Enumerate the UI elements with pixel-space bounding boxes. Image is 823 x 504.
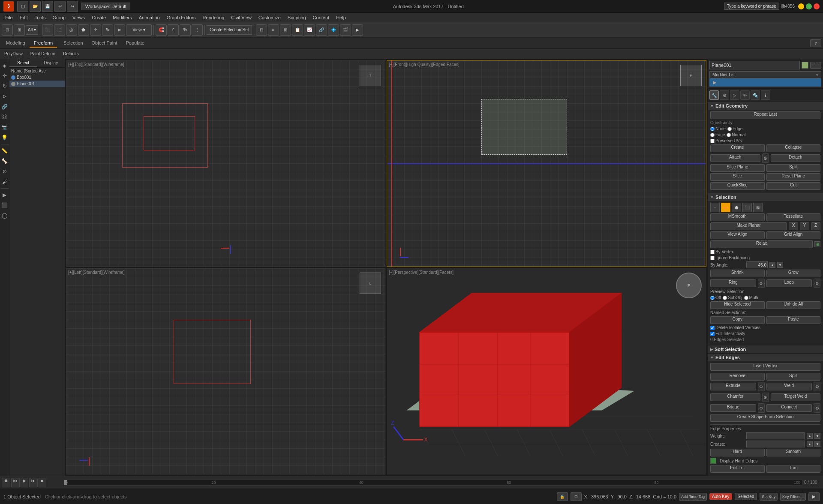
sel-type-border[interactable]: ⬟ bbox=[732, 203, 741, 212]
sel-type-poly[interactable]: ⬛ bbox=[742, 203, 752, 212]
vt-link[interactable]: 🔗 bbox=[0, 102, 9, 111]
vp-front-navcube[interactable]: F bbox=[680, 65, 702, 86]
crease-up[interactable]: ▲ bbox=[807, 441, 813, 447]
vt-expand[interactable]: ⬛ bbox=[0, 201, 9, 210]
weld-settings[interactable]: ⚙ bbox=[814, 382, 820, 391]
vt-light[interactable]: 💡 bbox=[0, 133, 9, 142]
sel-type-vertex[interactable]: · bbox=[710, 203, 720, 212]
select-filter[interactable]: ⬛ bbox=[42, 24, 53, 36]
menu-rendering[interactable]: Rendering bbox=[199, 14, 228, 21]
hard-btn[interactable]: Hard bbox=[710, 449, 765, 456]
scale-btn[interactable]: ⊳ bbox=[114, 24, 125, 36]
cut-btn[interactable]: Cut bbox=[766, 182, 821, 190]
align-btn[interactable]: ≡ bbox=[268, 24, 279, 36]
chamfer-settings[interactable]: ⚙ bbox=[762, 393, 769, 402]
attach-settings-btn[interactable]: ⚙ bbox=[762, 153, 769, 163]
rp-icon-hierarchy[interactable]: ⚙ bbox=[720, 90, 729, 100]
key-filters-btn[interactable]: Key Filters... bbox=[780, 493, 806, 501]
object-name-input[interactable] bbox=[709, 61, 800, 69]
pd-defaults[interactable]: Defaults bbox=[60, 51, 81, 57]
play-anim-small[interactable]: ▶ bbox=[808, 492, 820, 501]
hide-sel-btn[interactable]: Hide Selected bbox=[710, 301, 765, 309]
turn-btn[interactable]: Turn bbox=[766, 465, 821, 473]
menu-customize[interactable]: Customize bbox=[255, 14, 284, 21]
viewport-front[interactable]: [+][Front][High Quality][Edged Faces] F bbox=[387, 60, 706, 267]
view-align-btn[interactable]: View Align bbox=[710, 231, 765, 239]
vt-select[interactable]: ◈ bbox=[0, 61, 9, 70]
close-btn[interactable] bbox=[814, 3, 820, 9]
vt-rotate[interactable]: ↻ bbox=[0, 81, 9, 91]
tessellate-btn[interactable]: Tessellate bbox=[766, 213, 821, 221]
menu-graph-editors[interactable]: Graph Editors bbox=[163, 14, 199, 21]
weld-btn[interactable]: Weld bbox=[766, 383, 812, 390]
radio-subobj[interactable]: SubObj bbox=[723, 295, 742, 300]
menu-edit[interactable]: Edit bbox=[16, 14, 31, 21]
menu-civil-view[interactable]: Civil View bbox=[228, 14, 255, 21]
tab-selection[interactable]: Selection bbox=[59, 39, 87, 48]
hard-edges-color-swatch[interactable] bbox=[710, 458, 716, 464]
editable-poly-item[interactable]: ▶ bbox=[709, 78, 821, 87]
sel-type-element[interactable]: ⊠ bbox=[753, 203, 763, 212]
new-btn[interactable]: ▢ bbox=[17, 1, 28, 12]
vp-persp-navcube[interactable]: P bbox=[676, 273, 702, 298]
angle-snap[interactable]: ∠ bbox=[168, 24, 179, 36]
schematic-btn[interactable]: 🔗 bbox=[316, 24, 327, 36]
viewport-top[interactable]: [+][Top][Standard][Wireframe] T bbox=[66, 60, 386, 267]
vt-paint[interactable]: 🖌 bbox=[0, 177, 9, 186]
connect-btn[interactable]: Connect bbox=[766, 404, 812, 412]
render-btn[interactable]: ▶ bbox=[352, 24, 363, 36]
select-region-rect[interactable]: ⬚ bbox=[54, 24, 65, 36]
msmooth-btn[interactable]: MSmooth bbox=[710, 213, 765, 221]
filter-dropdown[interactable]: All ▾ bbox=[26, 25, 38, 35]
list-item-box001[interactable]: Box001 bbox=[9, 74, 65, 81]
vt-camera[interactable]: 📷 bbox=[0, 123, 9, 132]
rp-icon-modify[interactable]: 🔧 bbox=[709, 90, 719, 100]
preserve-uvs-checkbox[interactable]: Preserve UVs bbox=[710, 138, 742, 143]
radio-off[interactable]: Off bbox=[710, 295, 721, 300]
rp-icon-motion[interactable]: ▷ bbox=[730, 90, 739, 100]
pd-paint-deform[interactable]: Paint Deform bbox=[28, 51, 58, 57]
angle-input[interactable] bbox=[746, 261, 768, 268]
relax-settings-btn[interactable]: ⚙ bbox=[814, 241, 820, 247]
rotate-btn[interactable]: ↻ bbox=[102, 24, 113, 36]
vt-isolate[interactable]: ◯ bbox=[0, 211, 9, 220]
section-edit-edges-header[interactable]: Edit Edges bbox=[708, 354, 823, 361]
collapse-btn[interactable]: Collapse bbox=[766, 144, 821, 152]
vt-unlink[interactable]: ⛓ bbox=[0, 112, 9, 122]
select-region-fence[interactable]: ⬟ bbox=[78, 24, 89, 36]
attach-btn[interactable]: Attach bbox=[710, 154, 760, 162]
align2-btn[interactable]: ⊞ bbox=[280, 24, 291, 36]
minimize-btn[interactable] bbox=[798, 3, 804, 9]
anim-stop[interactable]: ■ bbox=[39, 478, 45, 487]
section-soft-selection-header[interactable]: Soft Selection bbox=[708, 345, 823, 353]
add-time-tag-btn[interactable]: Add Time Tag bbox=[679, 493, 707, 501]
bridge-btn[interactable]: Bridge bbox=[710, 404, 756, 412]
ring-settings[interactable]: ⚙ bbox=[758, 279, 765, 288]
loop-btn[interactable]: Loop bbox=[766, 279, 812, 287]
anim-key-mode[interactable]: ⏺ bbox=[2, 478, 10, 487]
y-btn[interactable]: Y bbox=[800, 222, 809, 230]
maximize-btn[interactable] bbox=[806, 3, 812, 9]
autokey-btn[interactable]: Auto Key bbox=[709, 493, 732, 500]
extrude-btn[interactable]: Extrude bbox=[710, 383, 756, 390]
menu-content[interactable]: Content bbox=[309, 14, 333, 21]
object-color-swatch[interactable] bbox=[802, 62, 808, 69]
select-region-btn[interactable]: ⊞ bbox=[14, 24, 25, 36]
extrude-settings[interactable]: ⚙ bbox=[758, 382, 765, 391]
percent-snap[interactable]: % bbox=[180, 24, 191, 36]
panel-tab-select[interactable]: Select bbox=[9, 59, 37, 67]
vt-measure[interactable]: 📏 bbox=[0, 146, 9, 156]
full-interactivity-checkbox[interactable]: Full Interactivity bbox=[710, 331, 745, 336]
vt-csphere[interactable]: ⊙ bbox=[0, 167, 9, 176]
sel-type-edge[interactable]: — bbox=[721, 203, 730, 212]
viewport-safe-btn[interactable]: ⊡ bbox=[571, 492, 582, 501]
make-planar-btn[interactable]: Make Planar bbox=[710, 222, 787, 230]
quickslice-btn[interactable]: QuickSlice bbox=[710, 182, 765, 190]
menu-help[interactable]: Help bbox=[333, 14, 349, 21]
section-edit-geometry-header[interactable]: Edit Geometry bbox=[708, 102, 823, 110]
radio-normal[interactable]: Normal bbox=[727, 132, 745, 137]
pd-polydraw[interactable]: PolyDraw bbox=[2, 51, 25, 57]
anim-prev-key[interactable]: ⏮ bbox=[11, 478, 20, 487]
menu-tools[interactable]: Tools bbox=[31, 14, 49, 21]
menu-modifiers[interactable]: Modifiers bbox=[109, 14, 135, 21]
